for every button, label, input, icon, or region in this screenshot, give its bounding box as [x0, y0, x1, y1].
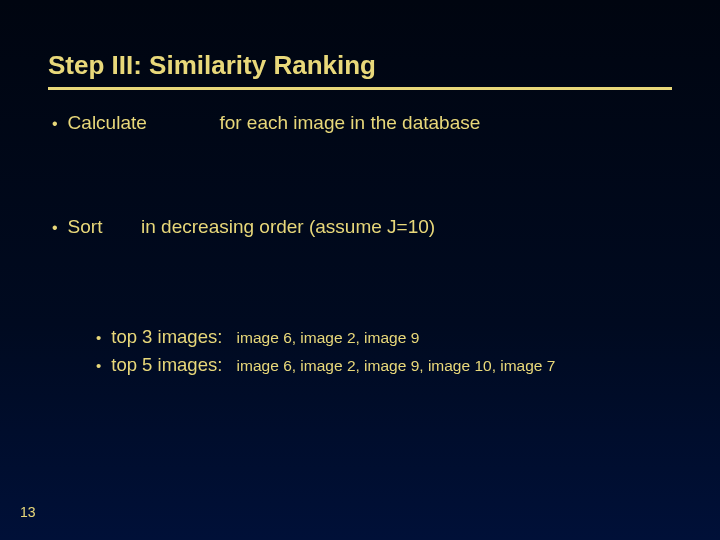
title-underline [48, 87, 672, 90]
sub-bullets: • top 3 images: image 6, image 2, image … [48, 326, 672, 376]
formula-row-distances [48, 144, 672, 188]
bullet-sort-pre: Sort [68, 216, 103, 237]
bullet-icon: • [96, 329, 101, 346]
bullet-sort-post: in decreasing order (assume J=10) [141, 216, 435, 237]
top3-label: top 3 images: [111, 326, 232, 348]
slide: Step III: Similarity Ranking • Calculate… [0, 0, 720, 540]
bullet-top5: • top 5 images: image 6, image 2, image … [96, 354, 672, 376]
bullet-calc-post: for each image in the database [219, 112, 480, 133]
slide-title: Step III: Similarity Ranking [48, 50, 672, 81]
top5-list: image 6, image 2, image 9, image 10, ima… [237, 357, 556, 375]
formula-row-inequality [48, 248, 672, 292]
top3-list: image 6, image 2, image 9 [237, 329, 420, 347]
bullet-calculate: • Calculate for each image in the databa… [48, 112, 672, 134]
page-number: 13 [20, 504, 36, 520]
top5-label: top 5 images: [111, 354, 232, 376]
bullet-icon: • [52, 219, 58, 237]
bullet-sort: • Sort in decreasing order (assume J=10) [48, 216, 672, 238]
bullet-calc-pre: Calculate [68, 112, 147, 133]
bullet-top3: • top 3 images: image 6, image 2, image … [96, 326, 672, 348]
bullet-icon: • [52, 115, 58, 133]
bullet-icon: • [96, 357, 101, 374]
